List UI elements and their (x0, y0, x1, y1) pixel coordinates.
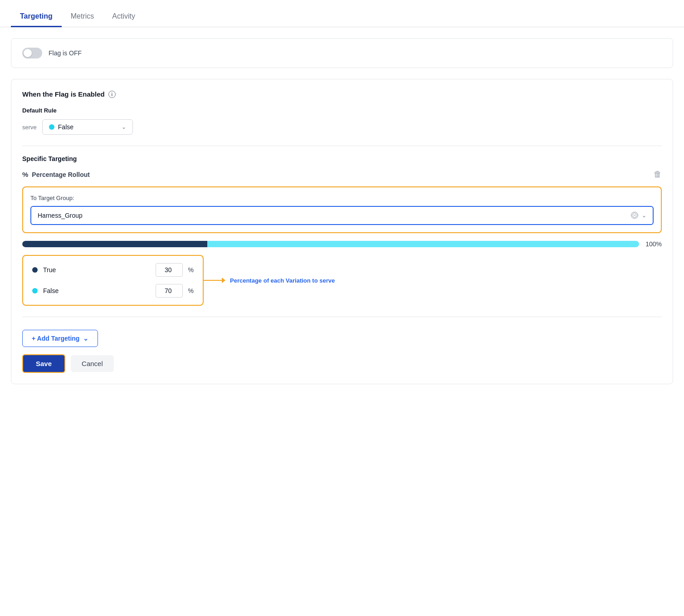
divider-2 (22, 317, 662, 317)
dropdown-chevron-icon: ⌄ (642, 212, 646, 219)
action-buttons-row: Save Cancel (22, 354, 662, 373)
variation-pct-false: % (188, 287, 194, 294)
target-group-input-row[interactable]: Harness_Group ⨷ ⌄ (30, 206, 654, 225)
default-rule-label: Default Rule (22, 107, 662, 114)
progress-false (207, 241, 639, 247)
serve-row: serve False ⌄ (22, 119, 662, 135)
serve-dot (49, 124, 54, 130)
flag-status-label: Flag is OFF (49, 49, 82, 57)
when-flag-enabled-card: When the Flag is Enabled i Default Rule … (11, 79, 673, 384)
clear-icon[interactable]: ⨷ (631, 211, 638, 220)
variation-dot-false (32, 288, 38, 293)
rollout-title-text: Percentage Rollout (32, 171, 90, 178)
save-button[interactable]: Save (22, 354, 65, 373)
rollout-header: % Percentage Rollout 🗑 (22, 170, 662, 179)
bottom-actions: + Add Targeting ⌄ Save Cancel (22, 330, 662, 373)
divider-1 (22, 146, 662, 146)
section-title-text: When the Flag is Enabled (22, 90, 105, 98)
serve-label: serve (22, 124, 37, 131)
progress-row: 100% (22, 240, 662, 248)
variation-input-false[interactable] (156, 284, 183, 298)
target-group-box: To Target Group: Harness_Group ⨷ ⌄ (22, 186, 662, 233)
cancel-button[interactable]: Cancel (71, 355, 114, 372)
add-targeting-chevron-icon: ⌄ (83, 335, 88, 342)
add-targeting-button[interactable]: + Add Targeting ⌄ (22, 330, 98, 347)
variation-row-true: True % (32, 263, 194, 277)
tabs-bar: Targeting Metrics Activity (0, 0, 684, 27)
variation-dot-true (32, 267, 38, 273)
tab-targeting[interactable]: Targeting (11, 7, 62, 27)
add-targeting-wrapper: + Add Targeting ⌄ (22, 330, 662, 347)
variations-box: True % False % (22, 255, 204, 306)
variation-input-true[interactable] (156, 263, 183, 277)
callout-arrow (222, 278, 225, 283)
page-container: Targeting Metrics Activity Flag is OFF W… (0, 0, 684, 616)
variations-outer: True % False % (22, 255, 662, 306)
progress-true (22, 241, 207, 247)
callout-line (204, 280, 222, 281)
progress-bar (22, 241, 639, 247)
chevron-down-icon: ⌄ (122, 124, 126, 130)
percent-icon: % (22, 171, 28, 178)
delete-icon[interactable]: 🗑 (654, 170, 662, 179)
callout-label: Percentage of each Variation to serve (230, 277, 335, 284)
content-area: Flag is OFF When the Flag is Enabled i D… (0, 27, 684, 404)
serve-value: False (58, 123, 118, 131)
specific-targeting-label: Specific Targeting (22, 155, 662, 162)
flag-toggle-card: Flag is OFF (11, 38, 673, 68)
target-group-value: Harness_Group (38, 212, 631, 219)
callout-area: Percentage of each Variation to serve (204, 277, 335, 284)
add-targeting-label: + Add Targeting (32, 335, 79, 342)
variation-row-false: False % (32, 284, 194, 298)
tab-activity[interactable]: Activity (103, 7, 144, 27)
section-title: When the Flag is Enabled i (22, 90, 662, 98)
variation-name-false: False (43, 287, 150, 294)
serve-dropdown[interactable]: False ⌄ (42, 119, 133, 135)
flag-toggle[interactable] (22, 48, 42, 59)
info-icon[interactable]: i (108, 91, 116, 98)
variation-name-true: True (43, 266, 150, 274)
tab-metrics[interactable]: Metrics (62, 7, 103, 27)
target-group-label: To Target Group: (30, 195, 654, 201)
rollout-title: % Percentage Rollout (22, 171, 90, 178)
variation-pct-true: % (188, 266, 194, 274)
progress-percentage: 100% (645, 240, 662, 248)
